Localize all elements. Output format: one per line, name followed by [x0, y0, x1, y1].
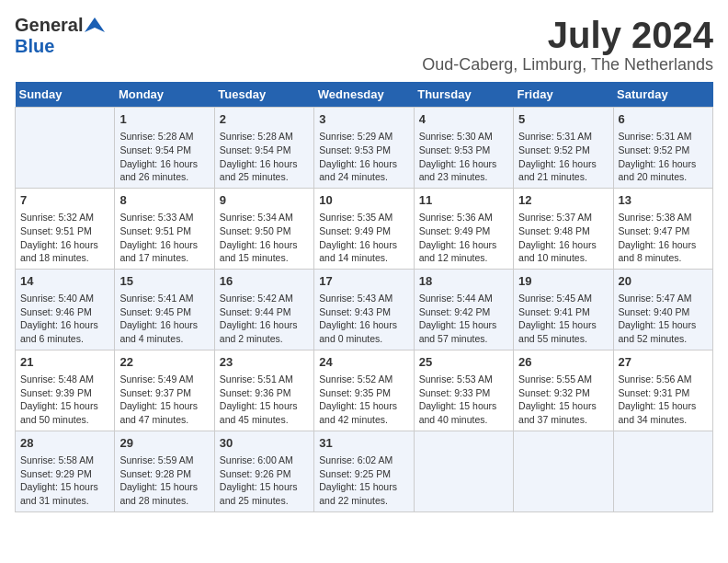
calendar-cell-w4-d2: 22Sunrise: 5:49 AMSunset: 9:37 PMDayligh…	[115, 350, 214, 431]
day-number: 14	[20, 273, 109, 290]
cell-info-line: Sunset: 9:52 PM	[518, 144, 608, 157]
day-number: 15	[119, 273, 209, 290]
calendar-cell-w4-d7: 27Sunrise: 5:56 AMSunset: 9:31 PMDayligh…	[613, 350, 712, 431]
cell-info-line: Sunrise: 5:31 AM	[518, 130, 608, 144]
calendar-cell-w3-d3: 16Sunrise: 5:42 AMSunset: 9:44 PMDayligh…	[214, 269, 313, 350]
calendar-cell-w1-d5: 4Sunrise: 5:30 AMSunset: 9:53 PMDaylight…	[414, 108, 513, 189]
day-number: 11	[419, 192, 508, 209]
cell-info-line: Sunset: 9:47 PM	[619, 224, 708, 238]
cell-info-line: Sunset: 9:51 PM	[20, 224, 109, 238]
calendar-cell-w1-d6: 5Sunrise: 5:31 AMSunset: 9:52 PMDaylight…	[514, 108, 613, 189]
calendar-week-2: 7Sunrise: 5:32 AMSunset: 9:51 PMDaylight…	[16, 188, 713, 269]
cell-info-line: Sunset: 9:41 PM	[518, 305, 608, 319]
cell-info-line: Sunrise: 5:45 AM	[518, 292, 608, 305]
cell-info-line: Sunset: 9:26 PM	[220, 467, 309, 481]
cell-info-line: Sunset: 9:32 PM	[518, 386, 608, 400]
day-number: 10	[319, 192, 408, 209]
day-number: 13	[619, 192, 708, 209]
calendar-week-3: 14Sunrise: 5:40 AMSunset: 9:46 PMDayligh…	[16, 269, 713, 350]
day-number: 6	[619, 111, 708, 128]
calendar-cell-w3-d5: 18Sunrise: 5:44 AMSunset: 9:42 PMDayligh…	[414, 269, 513, 350]
svg-marker-0	[85, 17, 105, 32]
cell-info-line: Sunrise: 6:00 AM	[220, 454, 309, 467]
cell-info-line: and 4 minutes.	[119, 332, 209, 346]
header-wednesday: Wednesday	[314, 82, 414, 108]
calendar-week-5: 28Sunrise: 5:58 AMSunset: 9:29 PMDayligh…	[16, 431, 713, 511]
cell-info-line: Sunrise: 5:40 AM	[20, 292, 109, 305]
cell-info-line: Daylight: 15 hours	[619, 318, 708, 332]
cell-info-line: and 24 minutes.	[319, 170, 408, 184]
day-number: 25	[419, 354, 508, 371]
cell-info-line: Sunrise: 5:38 AM	[619, 211, 708, 224]
cell-info-line: Daylight: 15 hours	[220, 480, 309, 494]
cell-info-line: Sunset: 9:42 PM	[419, 305, 508, 319]
logo: General Blue	[15, 15, 105, 57]
page-subtitle: Oud-Caberg, Limburg, The Netherlands	[422, 55, 713, 75]
cell-info-line: and 8 minutes.	[619, 251, 708, 265]
cell-info-line: Sunrise: 5:59 AM	[119, 454, 209, 467]
cell-info-line: and 34 minutes.	[619, 413, 708, 427]
cell-info-line: Sunset: 9:37 PM	[119, 386, 209, 400]
day-number: 20	[619, 273, 708, 290]
cell-info-line: Daylight: 16 hours	[20, 318, 109, 332]
cell-info-line: and 57 minutes.	[419, 332, 508, 346]
logo-bird-icon	[85, 16, 105, 36]
calendar-cell-w5-d6	[514, 431, 613, 511]
cell-info-line: Sunset: 9:54 PM	[119, 144, 209, 157]
cell-info-line: Sunrise: 5:49 AM	[119, 373, 209, 386]
cell-info-line: Sunrise: 5:35 AM	[319, 211, 408, 224]
cell-info-line: and 47 minutes.	[119, 413, 209, 427]
day-number: 9	[220, 192, 309, 209]
cell-info-line: Sunset: 9:35 PM	[319, 386, 408, 400]
cell-info-line: Daylight: 16 hours	[220, 318, 309, 332]
cell-info-line: Sunrise: 5:47 AM	[619, 292, 708, 305]
cell-info-line: Daylight: 15 hours	[119, 399, 209, 413]
cell-info-line: and 40 minutes.	[419, 413, 508, 427]
cell-info-line: and 26 minutes.	[119, 170, 209, 184]
cell-info-line: Sunset: 9:49 PM	[319, 224, 408, 238]
calendar-cell-w5-d4: 31Sunrise: 6:02 AMSunset: 9:25 PMDayligh…	[314, 431, 414, 511]
cell-info-line: Sunset: 9:36 PM	[220, 386, 309, 400]
day-number: 29	[119, 435, 209, 452]
cell-info-line: and 50 minutes.	[20, 413, 109, 427]
cell-info-line: Daylight: 15 hours	[20, 399, 109, 413]
header-sunday: Sunday	[16, 82, 115, 108]
day-number: 2	[220, 111, 309, 128]
cell-info-line: Sunset: 9:31 PM	[619, 386, 708, 400]
cell-info-line: Daylight: 16 hours	[419, 157, 508, 171]
cell-info-line: and 42 minutes.	[319, 413, 408, 427]
calendar-cell-w5-d1: 28Sunrise: 5:58 AMSunset: 9:29 PMDayligh…	[16, 431, 115, 511]
calendar-cell-w4-d1: 21Sunrise: 5:48 AMSunset: 9:39 PMDayligh…	[16, 350, 115, 431]
calendar-cell-w2-d1: 7Sunrise: 5:32 AMSunset: 9:51 PMDaylight…	[16, 188, 115, 269]
day-number: 22	[119, 354, 209, 371]
calendar-cell-w4-d3: 23Sunrise: 5:51 AMSunset: 9:36 PMDayligh…	[214, 350, 313, 431]
cell-info-line: Daylight: 15 hours	[220, 399, 309, 413]
day-number: 28	[20, 435, 109, 452]
day-number: 19	[518, 273, 608, 290]
calendar-cell-w1-d1	[16, 108, 115, 189]
cell-info-line: Daylight: 16 hours	[619, 238, 708, 252]
day-number: 21	[20, 354, 109, 371]
calendar-table: SundayMondayTuesdayWednesdayThursdayFrid…	[15, 82, 713, 512]
cell-info-line: and 0 minutes.	[319, 332, 408, 346]
cell-info-line: and 14 minutes.	[319, 251, 408, 265]
calendar-cell-w3-d1: 14Sunrise: 5:40 AMSunset: 9:46 PMDayligh…	[16, 269, 115, 350]
cell-info-line: Sunset: 9:43 PM	[319, 305, 408, 319]
cell-info-line: and 55 minutes.	[518, 332, 608, 346]
cell-info-line: Sunset: 9:25 PM	[319, 467, 408, 481]
cell-info-line: Daylight: 16 hours	[619, 157, 708, 171]
cell-info-line: and 15 minutes.	[220, 251, 309, 265]
cell-info-line: and 52 minutes.	[619, 332, 708, 346]
cell-info-line: Sunrise: 5:53 AM	[419, 373, 508, 386]
cell-info-line: Daylight: 16 hours	[119, 318, 209, 332]
cell-info-line: and 45 minutes.	[220, 413, 309, 427]
cell-info-line: Sunset: 9:44 PM	[220, 305, 309, 319]
cell-info-line: Daylight: 16 hours	[518, 238, 608, 252]
calendar-cell-w2-d7: 13Sunrise: 5:38 AMSunset: 9:47 PMDayligh…	[613, 188, 712, 269]
calendar-week-1: 1Sunrise: 5:28 AMSunset: 9:54 PMDaylight…	[16, 108, 713, 189]
day-number: 18	[419, 273, 508, 290]
cell-info-line: Sunset: 9:54 PM	[220, 144, 309, 157]
day-number: 27	[619, 354, 708, 371]
cell-info-line: Daylight: 15 hours	[518, 318, 608, 332]
cell-info-line: Sunrise: 5:52 AM	[319, 373, 408, 386]
